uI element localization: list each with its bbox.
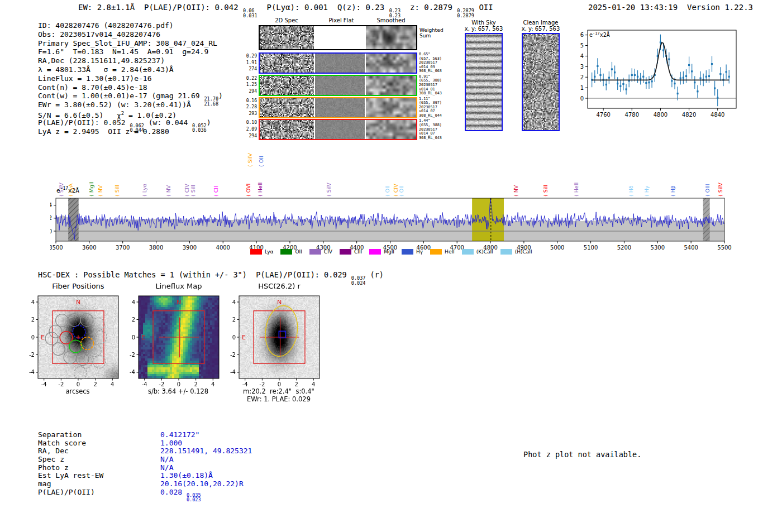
info-line-9: EWr = 3.80(±0.52) (w: 3.20(±0.41))Å (38, 100, 223, 109)
hi-lo-stack: 21.7021.68 (204, 97, 218, 107)
svg-text:4: 4 (50, 202, 52, 208)
hi-lo-stack: 0.0350.023 (187, 493, 201, 502)
svg-text:0: 0 (278, 381, 281, 387)
svg-text:2: 2 (194, 381, 197, 387)
svg-text:-4: -4 (142, 381, 147, 387)
svg-text:4: 4 (232, 299, 236, 305)
text-segment: ) (207, 118, 211, 127)
spec2d-col-header: 2D Spec (275, 17, 298, 23)
text-segment: Primary Spec_Slot_IFU_AMP: 308_047_024_R… (38, 39, 217, 47)
text-segment: P(LAE)/P(OII): 0.052 (38, 118, 130, 127)
emission-line-label: ( SiIV (717, 183, 723, 196)
svg-text:-4: -4 (130, 369, 135, 375)
info-line-7: Cont(n) = 8.70(±0.45)e-18 (38, 83, 223, 92)
svg-text:1: 1 (580, 85, 584, 91)
hi-lo-stack: 0.230.23 (389, 8, 400, 18)
fit-units-label: e-17x2Å (589, 31, 610, 38)
text-segment: Cont(n) = 8.70(±0.45)e-18 (38, 83, 147, 92)
text-segment: 20.16(20.10,20.22)R (160, 480, 244, 488)
spacer (678, 3, 687, 12)
svg-text:2: 2 (580, 74, 584, 80)
info-line-8: Cont(w) = 1.00(±0.01)e-17 (gmag 21.69 21… (38, 92, 223, 100)
info-line-11: P(LAE)/P(OII): 0.052 0.0620.044 (w: 0.04… (38, 118, 223, 127)
text-segment: λ = 4801.33Å σ = 2.84(±0.43)Å (38, 65, 174, 74)
match-row-label: Separation (38, 431, 160, 439)
with-sky-image (466, 34, 502, 130)
svg-text:5100: 5100 (584, 245, 598, 251)
weighted-sum-strip (259, 25, 417, 50)
cutout-caption: arcsecs (19, 387, 136, 395)
sky-panel-image-box (465, 33, 503, 131)
text-segment: N/A (160, 455, 173, 463)
cutout-image-fibers (38, 296, 118, 378)
hi-lo-stack: 0.060.031 (243, 8, 258, 18)
cutout-title: Fiber Positions (38, 282, 118, 290)
svg-text:2: 2 (31, 317, 35, 323)
sky-panel-image-box (522, 33, 560, 131)
legend-item: CIII (340, 249, 362, 255)
match-table-row: Match score1.000 (38, 439, 252, 448)
version-label: Version 1.22.3 (687, 3, 753, 12)
info-line-5: λ = 4801.33Å σ = 2.84(±0.43)Å (38, 65, 223, 74)
svg-text:4: 4 (312, 381, 315, 387)
hi-lo-stack: 0.0370.024 (351, 276, 366, 285)
emission-line-label: ( OII (398, 185, 404, 196)
weighted-2dspec-image (260, 26, 314, 49)
text-segment: Obs: 20230517v014_4028207476 (38, 30, 160, 39)
text-segment: EWr = 3.80(±0.52) (w: 3.20(±0.41))Å (38, 100, 191, 109)
svg-text:2: 2 (132, 317, 135, 323)
svg-text:5300: 5300 (651, 245, 665, 251)
hi-lo-stack: 0.0520.036 (192, 123, 207, 133)
text-segment: N/A (160, 463, 173, 472)
match-row-label: Photo z (38, 464, 160, 472)
svg-text:3600: 3600 (82, 245, 96, 251)
fiber-smoothed-image (366, 54, 416, 73)
info-line-3: F=1.6" T=0.183 N=1.45 A=0.91 g=24.9 (38, 47, 223, 56)
fit-plot-svg: 476047804800482048400123456e-17x2Å (564, 23, 754, 130)
info-line-6: LineFlux = 1.30(±0.17)e-16 (38, 74, 223, 83)
photz-note: Phot z plot not available. (523, 450, 641, 459)
emission-line-label: ( CII (213, 186, 219, 196)
svg-text:4: 4 (111, 381, 114, 387)
svg-text:4760: 4760 (596, 112, 610, 118)
svg-text:5000: 5000 (550, 245, 564, 251)
text-segment: P(Lyα): 0.001 Q(z): 0.23 (258, 3, 389, 12)
match-row-label: mag (38, 480, 160, 488)
svg-text:4000: 4000 (216, 245, 230, 251)
match-row-label: Est LyA rest-EW (38, 472, 160, 480)
fiber-row-weights: 0.291.91274 (245, 53, 257, 73)
emission-line-label: ( NV (513, 185, 519, 196)
emission-line-label: ( SiII (190, 185, 196, 196)
sky-panel-title: Clean Imagex, y: 657, 563 (522, 20, 560, 32)
text-segment: 0.028 (160, 488, 187, 496)
svg-text:0: 0 (580, 95, 584, 102)
clean-image (523, 34, 559, 130)
svg-text:2: 2 (294, 381, 298, 387)
emission-line-label: ( Lyα (141, 184, 147, 196)
info-line-1: Obs: 20230517v014_4028207476 (38, 30, 223, 39)
emission-line-label: ( SiIV (326, 183, 332, 196)
fiber-row-weights: 0.162.28293 (245, 98, 257, 117)
weighted-sum-label: WeightedSum (419, 27, 444, 39)
svg-text:3: 3 (580, 64, 584, 70)
legend-swatch (369, 249, 381, 255)
legend-item: HeII (430, 249, 455, 255)
svg-text:4800: 4800 (654, 112, 667, 118)
legend-swatch (402, 249, 413, 255)
cutout-panel-hsc: HSC(26.2) r-4-2024-4-2024NEm:20.2 re:2.4… (220, 281, 337, 406)
fiber-pixelflat-image (315, 98, 365, 117)
svg-text:0: 0 (31, 334, 35, 341)
emission-line-label: ( SiII (114, 185, 120, 196)
match-info-table: Separation0.412172"Match score1.000RA, D… (38, 431, 252, 497)
info-line-10: S/N = 6.6(±0.5) χ2 = 1.0(±0.2) (38, 109, 223, 118)
text-segment: LyA z = 2.9495 OII z = 0.2880 (38, 127, 169, 136)
legend-item: OII (280, 249, 302, 255)
emission-line-label: ( SiII (542, 185, 549, 196)
fiber-2dspec-image (260, 54, 314, 73)
legend-label: CIII (354, 249, 362, 255)
svg-text:4: 4 (31, 299, 35, 305)
svg-text:0: 0 (232, 334, 236, 341)
emission-line-label: ( CIV (393, 184, 399, 196)
svg-text:3800: 3800 (149, 245, 163, 251)
spec2d-col-header: Smoothed (376, 17, 405, 23)
